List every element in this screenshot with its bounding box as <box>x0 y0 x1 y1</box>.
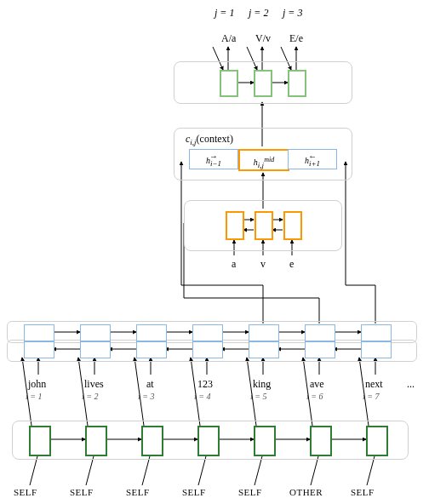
context-right-cell: ←hi+1 <box>288 149 337 169</box>
char-cell-2 <box>255 211 273 240</box>
tag-4: SELF <box>182 487 206 497</box>
idx-7: i = 7 <box>363 392 380 401</box>
word-1: john <box>28 378 46 391</box>
bilstm-bw-3 <box>136 341 167 358</box>
output-label-3: E/e <box>289 32 303 45</box>
idx-1: i = 1 <box>26 392 43 401</box>
j-label-1: j = 1 <box>214 7 234 20</box>
tag-6: OTHER <box>289 487 323 497</box>
tag-cell-1 <box>29 426 51 456</box>
bilstm-fw-3 <box>136 324 167 341</box>
tag-cell-6 <box>310 426 332 456</box>
tag-3: SELF <box>126 487 150 497</box>
output-label-1: A/a <box>221 32 236 45</box>
bilstm-fw-7 <box>361 324 392 341</box>
bilstm-fw-5 <box>249 324 279 341</box>
char-cell-3 <box>283 211 302 240</box>
tag-cell-3 <box>141 426 163 456</box>
bilstm-fw-1 <box>24 324 54 341</box>
word-ellipsis: ... <box>407 378 415 391</box>
tag-cell-2 <box>85 426 107 456</box>
j-label-3: j = 3 <box>283 7 302 20</box>
bilstm-bw-1 <box>24 341 54 358</box>
word-7: next <box>365 378 383 391</box>
word-2: lives <box>84 378 104 391</box>
bilstm-fw-4 <box>192 324 223 341</box>
char-input-1: a <box>232 258 236 271</box>
char-cell-1 <box>226 211 244 240</box>
idx-5: i = 5 <box>250 392 267 401</box>
word-5: king <box>253 378 271 391</box>
bilstm-fw-2 <box>80 324 111 341</box>
word-4: 123 <box>197 378 213 391</box>
tag-5: SELF <box>238 487 262 497</box>
idx-3: i = 3 <box>138 392 155 401</box>
output-label-2: V/v <box>255 32 271 45</box>
tag-2: SELF <box>70 487 94 497</box>
bilstm-bw-2 <box>80 341 111 358</box>
word-3: at <box>146 378 154 391</box>
tag-7: SELF <box>351 487 375 497</box>
bilstm-bw-7 <box>361 341 392 358</box>
j-label-2: j = 2 <box>249 7 268 20</box>
char-input-3: e <box>289 258 294 271</box>
decoder-cell-1 <box>220 70 238 97</box>
bilstm-fw-6 <box>305 324 335 341</box>
context-title: ci,j(context) <box>186 133 233 146</box>
word-6: ave <box>310 378 324 391</box>
bilstm-bw-6 <box>305 341 335 358</box>
context-left-cell: →hi−1 <box>189 149 238 169</box>
decoder-cell-3 <box>288 70 306 97</box>
tag-1: SELF <box>14 487 37 497</box>
char-input-2: v <box>260 258 266 271</box>
idx-6: i = 6 <box>306 392 323 401</box>
tag-cell-7 <box>366 426 388 456</box>
idx-4: i = 4 <box>194 392 211 401</box>
context-mid-cell: hi,jmid <box>238 149 289 171</box>
idx-2: i = 2 <box>82 392 99 401</box>
tag-cell-5 <box>254 426 276 456</box>
bilstm-bw-5 <box>249 341 279 358</box>
tag-cell-4 <box>197 426 220 456</box>
decoder-cell-2 <box>254 70 272 97</box>
bilstm-bw-4 <box>192 341 223 358</box>
